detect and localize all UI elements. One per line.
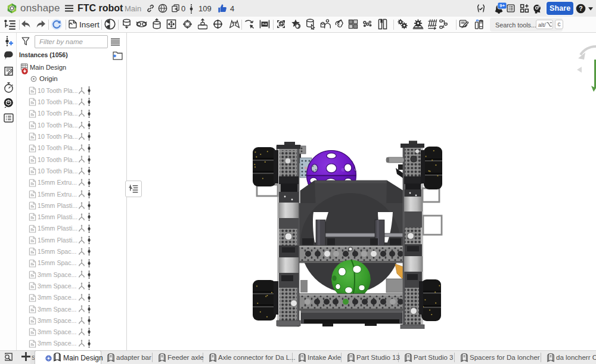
svg-text:9+: 9+ — [499, 3, 505, 8]
svg-text:?: ? — [579, 5, 582, 12]
